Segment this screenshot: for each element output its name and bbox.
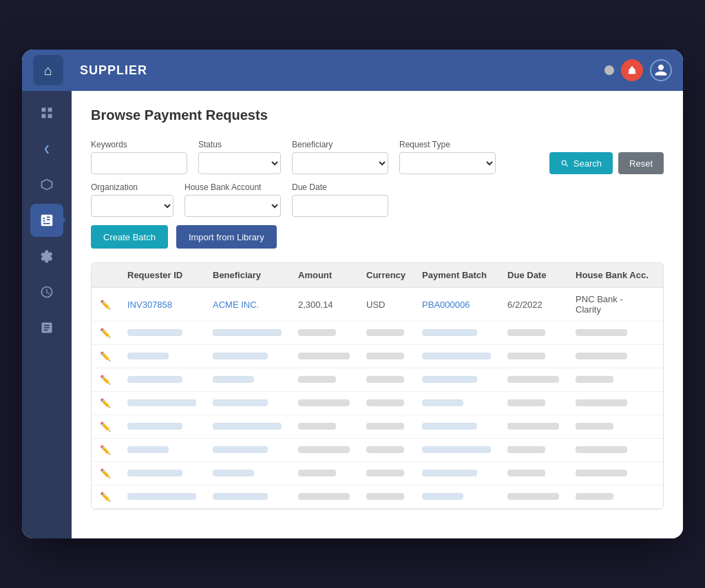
skeleton-date	[507, 329, 545, 336]
keywords-label: Keywords	[91, 140, 187, 149]
skeleton-cur	[366, 423, 404, 430]
skeleton-id	[127, 493, 196, 500]
request-type-select[interactable]	[399, 152, 496, 174]
alert-icon[interactable]	[621, 59, 643, 81]
skeleton-batch	[422, 399, 463, 406]
col-house-bank: House Bank Acc.	[567, 263, 657, 288]
edit-icon[interactable]: ✏️	[100, 492, 111, 502]
edit-icon[interactable]: ✏️	[100, 468, 111, 479]
sidebar-item-3[interactable]	[30, 240, 63, 273]
main-layout: ❮ Browse Payment Requests	[22, 91, 683, 538]
skeleton-date	[507, 446, 545, 453]
skeleton-bene	[213, 399, 268, 406]
house-bank-select[interactable]	[185, 195, 281, 217]
sidebar-icon-4	[40, 285, 54, 299]
col-due-date: Due Date	[499, 263, 567, 288]
svg-rect-0	[42, 108, 46, 112]
svg-rect-2	[42, 114, 46, 118]
skeleton-date	[507, 493, 559, 500]
sidebar-item-payment[interactable]	[30, 204, 63, 237]
sidebar-item-4[interactable]	[30, 275, 63, 308]
skeleton-bene	[213, 376, 254, 383]
home-button[interactable]: ⌂	[33, 55, 63, 85]
skeleton-hba	[576, 353, 627, 359]
skeleton-hba	[576, 470, 627, 476]
payment-batch-link[interactable]: PBA000006	[422, 300, 470, 310]
svg-rect-1	[48, 108, 52, 112]
table-row: ✏️	[92, 368, 664, 392]
keywords-group: Keywords	[91, 140, 187, 174]
sidebar-item-collapse[interactable]: ❮	[30, 132, 63, 165]
due-date-input[interactable]	[292, 195, 388, 217]
sidebar-item-2[interactable]	[30, 168, 63, 201]
due-date-group: Due Date	[292, 182, 388, 217]
skeleton-hba	[576, 423, 613, 430]
active-indicator	[61, 215, 66, 226]
col-currency: Currency	[358, 263, 414, 288]
skeleton-hba	[576, 446, 627, 453]
notification-dot[interactable]	[604, 65, 614, 75]
payment-requests-table: Requester ID Beneficiary Amount Currency…	[91, 262, 664, 510]
skeleton-amt	[298, 353, 350, 359]
app-title: SUPPLIER	[80, 63, 604, 78]
skeleton-batch	[422, 376, 477, 383]
content-area: Browse Payment Requests Keywords Status …	[72, 91, 683, 538]
organization-select[interactable]	[91, 195, 173, 217]
sidebar-item-1[interactable]	[30, 96, 63, 129]
skeleton-amt	[298, 470, 336, 476]
skeleton-hba	[576, 329, 627, 336]
create-batch-button[interactable]: Create Batch	[91, 225, 168, 249]
edit-icon[interactable]: ✏️	[100, 421, 111, 432]
skeleton-date	[507, 399, 545, 406]
skeleton-bene	[213, 423, 282, 430]
edit-icon[interactable]: ✏️	[100, 351, 111, 361]
col-edit	[92, 263, 119, 288]
skeleton-cur	[366, 329, 404, 336]
request-type-label: Request Type	[399, 140, 496, 149]
skeleton-id	[127, 399, 196, 406]
skeleton-hba	[576, 376, 613, 383]
skeleton-amt	[298, 399, 350, 406]
action-buttons: Create Batch Import from Library	[91, 225, 664, 249]
page-title: Browse Payment Requests	[91, 107, 664, 123]
sidebar: ❮	[22, 91, 72, 538]
edit-icon[interactable]: ✏️	[100, 300, 111, 310]
beneficiary-select[interactable]	[292, 152, 388, 174]
top-bar-icons	[604, 59, 672, 81]
status-select[interactable]	[198, 152, 281, 174]
skeleton-date	[507, 470, 545, 476]
skeleton-batch	[422, 493, 463, 500]
search-label: Search	[574, 158, 602, 169]
skeleton-batch	[422, 470, 477, 476]
skeleton-batch	[422, 423, 477, 430]
request-type-group: Request Type	[399, 140, 496, 174]
home-icon: ⌂	[44, 63, 52, 78]
import-library-button[interactable]: Import from Library	[176, 225, 277, 249]
skeleton-id	[127, 446, 169, 453]
bell-icon	[627, 65, 637, 75]
keywords-input[interactable]	[91, 152, 187, 174]
col-status: Status	[657, 263, 664, 288]
sidebar-item-5[interactable]	[30, 311, 63, 344]
edit-icon[interactable]: ✏️	[100, 328, 111, 338]
table-row: ✏️	[92, 439, 664, 462]
requester-id-link[interactable]: INV307858	[127, 300, 172, 310]
skeleton-cur	[366, 399, 404, 406]
sidebar-icon-1	[40, 106, 54, 120]
skeleton-bene	[213, 446, 268, 453]
skeleton-date	[507, 423, 559, 430]
user-avatar[interactable]	[650, 59, 672, 81]
beneficiary-link[interactable]: ACME INC.	[213, 300, 259, 310]
sidebar-icon-3	[40, 249, 54, 263]
skeleton-amt	[298, 376, 336, 383]
skeleton-cur	[366, 470, 404, 476]
organization-label: Organization	[91, 182, 173, 192]
search-button[interactable]: Search	[549, 152, 613, 174]
edit-icon[interactable]: ✏️	[100, 445, 111, 455]
edit-icon[interactable]: ✏️	[100, 398, 111, 408]
reset-button[interactable]: Reset	[618, 152, 664, 174]
edit-icon[interactable]: ✏️	[100, 375, 111, 385]
skeleton-amt	[298, 446, 350, 453]
skeleton-batch	[422, 446, 491, 453]
organization-group: Organization	[91, 182, 173, 217]
